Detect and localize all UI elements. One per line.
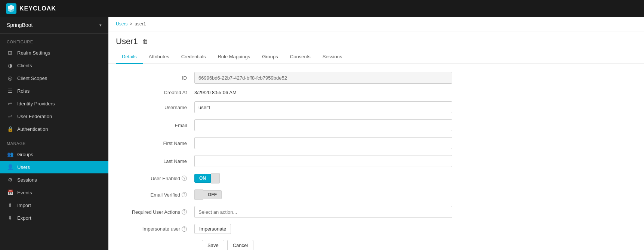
content-area: Users > user1 User1 🗑 Details Attributes… [108, 17, 644, 250]
sidebar-item-label: Identity Providers [17, 101, 55, 107]
realm-name: SpringBoot [7, 22, 33, 28]
username-input[interactable] [194, 101, 452, 113]
impersonate-user-control: Impersonate [194, 224, 452, 234]
tab-credentials[interactable]: Credentials [175, 50, 212, 64]
email-row: Email [120, 119, 633, 131]
id-row: ID [120, 72, 633, 84]
sidebar-item-export[interactable]: ⬇ Export [0, 212, 108, 224]
sidebar-item-label: Authentication [17, 126, 48, 132]
email-verified-toggle[interactable]: OFF [194, 189, 452, 200]
email-input[interactable] [194, 119, 452, 131]
sidebar-item-sessions[interactable]: ⚙ Sessions [0, 173, 108, 186]
sidebar-item-roles[interactable]: ☰ Roles [0, 84, 108, 97]
created-at-label: Created At [120, 90, 194, 95]
page-header: User1 🗑 [108, 31, 644, 50]
user-enabled-slider[interactable] [211, 173, 220, 183]
username-control [194, 101, 452, 113]
last-name-input[interactable] [194, 155, 452, 167]
email-verified-control: OFF [194, 189, 452, 200]
sessions-icon: ⚙ [7, 177, 13, 183]
user-enabled-label: User Enabled ? [120, 176, 194, 181]
save-button[interactable]: Save [202, 240, 224, 250]
impersonate-user-row: Impersonate user ? Impersonate [120, 224, 633, 234]
sidebar-item-groups[interactable]: 👥 Groups [0, 148, 108, 161]
tab-groups[interactable]: Groups [256, 50, 284, 64]
username-row: Username [120, 101, 633, 113]
last-name-label: Last Name [120, 158, 194, 164]
last-name-control [194, 155, 452, 167]
user-enabled-toggle[interactable]: ON [194, 173, 452, 183]
events-icon: 📅 [7, 189, 13, 195]
email-verified-off-button[interactable]: OFF [203, 190, 222, 199]
breadcrumb: Users > user1 [108, 17, 644, 31]
tab-attributes[interactable]: Attributes [143, 50, 175, 64]
user-enabled-on-button[interactable]: ON [194, 174, 211, 183]
cancel-button[interactable]: Cancel [227, 240, 253, 250]
sidebar-item-label: Sessions [17, 177, 37, 183]
sidebar-item-label: Export [17, 215, 31, 221]
chevron-down-icon: ▾ [99, 23, 102, 28]
email-label: Email [120, 123, 194, 128]
required-user-actions-row: Required User Actions ? [120, 206, 633, 218]
first-name-input[interactable] [194, 137, 452, 149]
page-title: User1 [116, 37, 138, 46]
sidebar-item-realm-settings[interactable]: ⊞ Realm Settings [0, 46, 108, 59]
sidebar-item-label: Roles [17, 88, 30, 94]
sidebar-item-label: Client Scopes [17, 75, 47, 81]
first-name-label: First Name [120, 141, 194, 146]
sidebar-item-authentication[interactable]: 🔒 Authentication [0, 123, 108, 135]
sidebar: SpringBoot ▾ Configure ⊞ Realm Settings … [0, 17, 108, 250]
email-verified-slider[interactable] [194, 189, 203, 200]
sidebar-item-label: Import [17, 203, 31, 208]
delete-icon[interactable]: 🗑 [142, 38, 148, 45]
email-verified-row: Email Verified ? OFF [120, 189, 633, 200]
breadcrumb-separator: > [130, 21, 132, 27]
impersonate-user-label: Impersonate user ? [120, 226, 194, 232]
groups-icon: 👥 [7, 151, 13, 157]
configure-section-title: Configure [0, 34, 108, 46]
tab-sessions[interactable]: Sessions [317, 50, 348, 64]
user-enabled-control: ON [194, 173, 452, 183]
impersonate-button[interactable]: Impersonate [194, 224, 231, 234]
breadcrumb-parent-link[interactable]: Users [116, 21, 127, 27]
user-federation-icon: ⇌ [7, 113, 13, 119]
sidebar-item-events[interactable]: 📅 Events [0, 186, 108, 199]
user-enabled-row: User Enabled ? ON [120, 173, 633, 183]
created-at-row: Created At 3/29/20 8:55:06 AM [120, 90, 633, 95]
import-icon: ⬆ [7, 202, 13, 208]
export-icon: ⬇ [7, 215, 13, 221]
tab-consents[interactable]: Consents [284, 50, 317, 64]
client-scopes-icon: ◎ [7, 75, 13, 81]
sidebar-item-users[interactable]: 👤 Users [0, 161, 108, 173]
sidebar-item-import[interactable]: ⬆ Import [0, 199, 108, 212]
required-user-actions-label: Required User Actions ? [120, 209, 194, 215]
first-name-row: First Name [120, 137, 633, 149]
tab-details[interactable]: Details [116, 50, 143, 64]
last-name-row: Last Name [120, 155, 633, 167]
impersonate-help-icon[interactable]: ? [182, 226, 187, 232]
sidebar-item-label: Groups [17, 152, 33, 157]
tab-bar: Details Attributes Credentials Role Mapp… [108, 50, 644, 64]
manage-section-title: Manage [0, 135, 108, 148]
logo: KEYCLOAK [6, 3, 56, 14]
topbar: KEYCLOAK [0, 0, 644, 17]
email-verified-help-icon[interactable]: ? [182, 192, 187, 197]
id-input[interactable] [194, 72, 452, 84]
form-action-buttons: Save Cancel [202, 240, 633, 250]
user-icon: 👤 [7, 164, 13, 170]
created-at-value: 3/29/20 8:55:06 AM [194, 90, 237, 95]
sidebar-item-user-federation[interactable]: ⇌ User Federation [0, 110, 108, 123]
realm-selector[interactable]: SpringBoot ▾ [0, 17, 108, 34]
tab-role-mappings[interactable]: Role Mappings [212, 50, 256, 64]
breadcrumb-current: user1 [135, 21, 146, 27]
sidebar-item-identity-providers[interactable]: ⇌ Identity Providers [0, 97, 108, 110]
sidebar-item-client-scopes[interactable]: ◎ Client Scopes [0, 72, 108, 84]
identity-providers-icon: ⇌ [7, 101, 13, 107]
user-enabled-help-icon[interactable]: ? [182, 176, 187, 181]
required-actions-help-icon[interactable]: ? [182, 209, 187, 214]
id-label: ID [120, 75, 194, 81]
first-name-control [194, 137, 452, 149]
required-user-actions-input[interactable] [194, 206, 452, 218]
sidebar-item-clients[interactable]: ◑ Clients [0, 59, 108, 72]
main-layout: SpringBoot ▾ Configure ⊞ Realm Settings … [0, 17, 644, 250]
